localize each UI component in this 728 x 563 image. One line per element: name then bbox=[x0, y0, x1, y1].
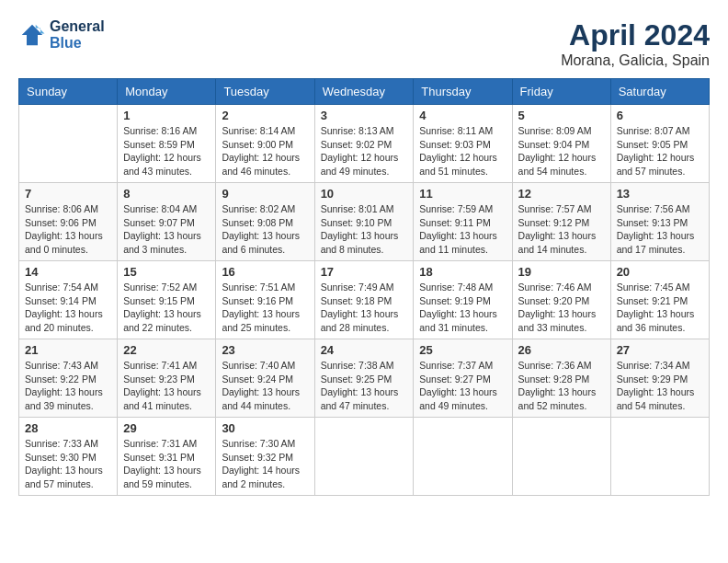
calendar-cell: 26Sunrise: 7:36 AMSunset: 9:28 PMDayligh… bbox=[512, 339, 610, 418]
calendar-cell bbox=[314, 418, 414, 496]
day-info: Sunrise: 7:36 AMSunset: 9:28 PMDaylight:… bbox=[518, 359, 605, 413]
day-number: 18 bbox=[419, 265, 506, 279]
calendar-table: SundayMondayTuesdayWednesdayThursdayFrid… bbox=[18, 78, 710, 496]
calendar-cell: 21Sunrise: 7:43 AMSunset: 9:22 PMDayligh… bbox=[19, 339, 118, 418]
day-info: Sunrise: 7:38 AMSunset: 9:25 PMDaylight:… bbox=[321, 359, 408, 413]
svg-marker-0 bbox=[22, 25, 43, 46]
day-info: Sunrise: 7:40 AMSunset: 9:24 PMDaylight:… bbox=[222, 359, 308, 413]
calendar-cell: 23Sunrise: 7:40 AMSunset: 9:24 PMDayligh… bbox=[216, 339, 314, 418]
day-number: 30 bbox=[222, 421, 308, 435]
day-info: Sunrise: 7:51 AMSunset: 9:16 PMDaylight:… bbox=[222, 281, 308, 335]
day-info: Sunrise: 7:43 AMSunset: 9:22 PMDaylight:… bbox=[25, 359, 111, 413]
calendar-cell: 25Sunrise: 7:37 AMSunset: 9:27 PMDayligh… bbox=[414, 339, 512, 418]
day-number: 28 bbox=[25, 421, 111, 435]
calendar-cell: 20Sunrise: 7:45 AMSunset: 9:21 PMDayligh… bbox=[610, 261, 709, 339]
day-info: Sunrise: 7:59 AMSunset: 9:11 PMDaylight:… bbox=[419, 202, 506, 257]
calendar-cell: 13Sunrise: 7:56 AMSunset: 9:13 PMDayligh… bbox=[610, 183, 709, 261]
day-header-tuesday: Tuesday bbox=[216, 79, 314, 105]
day-number: 2 bbox=[222, 109, 308, 122]
calendar-cell: 2Sunrise: 8:14 AMSunset: 9:00 PMDaylight… bbox=[216, 105, 314, 183]
day-info: Sunrise: 8:07 AMSunset: 9:05 PMDaylight:… bbox=[617, 124, 703, 178]
day-info: Sunrise: 8:16 AMSunset: 8:59 PMDaylight:… bbox=[123, 124, 210, 178]
day-number: 20 bbox=[617, 265, 703, 279]
day-info: Sunrise: 7:52 AMSunset: 9:15 PMDaylight:… bbox=[123, 281, 210, 335]
calendar-cell: 7Sunrise: 8:06 AMSunset: 9:06 PMDaylight… bbox=[19, 183, 118, 261]
calendar-cell bbox=[610, 418, 709, 496]
day-info: Sunrise: 7:31 AMSunset: 9:31 PMDaylight:… bbox=[123, 437, 210, 491]
calendar-cell: 11Sunrise: 7:59 AMSunset: 9:11 PMDayligh… bbox=[414, 183, 512, 261]
day-info: Sunrise: 7:34 AMSunset: 9:29 PMDaylight:… bbox=[617, 359, 703, 413]
page-header: General Blue April 2024 Morana, Galicia,… bbox=[18, 18, 710, 69]
day-info: Sunrise: 8:01 AMSunset: 9:10 PMDaylight:… bbox=[321, 202, 408, 257]
day-header-saturday: Saturday bbox=[610, 79, 709, 105]
day-header-monday: Monday bbox=[118, 79, 216, 105]
day-number: 16 bbox=[222, 265, 308, 279]
day-info: Sunrise: 7:30 AMSunset: 9:32 PMDaylight:… bbox=[222, 437, 308, 491]
week-row-1: 1Sunrise: 8:16 AMSunset: 8:59 PMDaylight… bbox=[19, 105, 710, 183]
day-header-friday: Friday bbox=[512, 79, 610, 105]
week-row-5: 28Sunrise: 7:33 AMSunset: 9:30 PMDayligh… bbox=[19, 418, 710, 496]
day-number: 4 bbox=[419, 109, 506, 122]
day-number: 6 bbox=[617, 109, 703, 122]
calendar-cell: 16Sunrise: 7:51 AMSunset: 9:16 PMDayligh… bbox=[216, 261, 314, 339]
day-number: 21 bbox=[25, 343, 111, 357]
calendar-cell: 1Sunrise: 8:16 AMSunset: 8:59 PMDaylight… bbox=[118, 105, 216, 183]
day-number: 13 bbox=[617, 187, 703, 201]
day-number: 26 bbox=[518, 343, 605, 357]
title-section: April 2024 Morana, Galicia, Spain bbox=[561, 18, 710, 69]
day-info: Sunrise: 7:49 AMSunset: 9:18 PMDaylight:… bbox=[321, 281, 408, 335]
logo-text: General Blue bbox=[50, 18, 105, 52]
day-number: 22 bbox=[123, 343, 210, 357]
day-number: 3 bbox=[321, 109, 408, 122]
day-info: Sunrise: 8:13 AMSunset: 9:02 PMDaylight:… bbox=[321, 124, 408, 178]
day-info: Sunrise: 7:33 AMSunset: 9:30 PMDaylight:… bbox=[25, 437, 111, 491]
day-info: Sunrise: 8:09 AMSunset: 9:04 PMDaylight:… bbox=[518, 124, 605, 178]
calendar-header-row: SundayMondayTuesdayWednesdayThursdayFrid… bbox=[19, 79, 710, 105]
logo-icon bbox=[18, 21, 46, 49]
calendar-cell: 30Sunrise: 7:30 AMSunset: 9:32 PMDayligh… bbox=[216, 418, 314, 496]
day-info: Sunrise: 8:14 AMSunset: 9:00 PMDaylight:… bbox=[222, 124, 308, 178]
day-number: 5 bbox=[518, 109, 605, 122]
calendar-cell: 22Sunrise: 7:41 AMSunset: 9:23 PMDayligh… bbox=[118, 339, 216, 418]
week-row-3: 14Sunrise: 7:54 AMSunset: 9:14 PMDayligh… bbox=[19, 261, 710, 339]
calendar-cell: 24Sunrise: 7:38 AMSunset: 9:25 PMDayligh… bbox=[314, 339, 414, 418]
day-number: 17 bbox=[321, 265, 408, 279]
day-number: 1 bbox=[123, 109, 210, 122]
calendar-cell: 18Sunrise: 7:48 AMSunset: 9:19 PMDayligh… bbox=[414, 261, 512, 339]
day-number: 15 bbox=[123, 265, 210, 279]
calendar-cell: 19Sunrise: 7:46 AMSunset: 9:20 PMDayligh… bbox=[512, 261, 610, 339]
day-info: Sunrise: 7:46 AMSunset: 9:20 PMDaylight:… bbox=[518, 281, 605, 335]
day-info: Sunrise: 7:45 AMSunset: 9:21 PMDaylight:… bbox=[617, 281, 703, 335]
day-number: 25 bbox=[419, 343, 506, 357]
calendar-cell: 17Sunrise: 7:49 AMSunset: 9:18 PMDayligh… bbox=[314, 261, 414, 339]
calendar-cell: 15Sunrise: 7:52 AMSunset: 9:15 PMDayligh… bbox=[118, 261, 216, 339]
calendar-cell: 5Sunrise: 8:09 AMSunset: 9:04 PMDaylight… bbox=[512, 105, 610, 183]
day-info: Sunrise: 7:41 AMSunset: 9:23 PMDaylight:… bbox=[123, 359, 210, 413]
calendar-cell bbox=[19, 105, 118, 183]
calendar-cell: 4Sunrise: 8:11 AMSunset: 9:03 PMDaylight… bbox=[414, 105, 512, 183]
calendar-cell bbox=[414, 418, 512, 496]
day-number: 29 bbox=[123, 421, 210, 435]
day-info: Sunrise: 7:37 AMSunset: 9:27 PMDaylight:… bbox=[419, 359, 506, 413]
calendar-cell: 28Sunrise: 7:33 AMSunset: 9:30 PMDayligh… bbox=[19, 418, 118, 496]
day-info: Sunrise: 8:06 AMSunset: 9:06 PMDaylight:… bbox=[25, 202, 111, 257]
day-number: 19 bbox=[518, 265, 605, 279]
week-row-2: 7Sunrise: 8:06 AMSunset: 9:06 PMDaylight… bbox=[19, 183, 710, 261]
calendar-cell: 29Sunrise: 7:31 AMSunset: 9:31 PMDayligh… bbox=[118, 418, 216, 496]
day-info: Sunrise: 8:11 AMSunset: 9:03 PMDaylight:… bbox=[419, 124, 506, 178]
day-header-thursday: Thursday bbox=[414, 79, 512, 105]
month-year-title: April 2024 bbox=[561, 18, 710, 52]
day-info: Sunrise: 7:48 AMSunset: 9:19 PMDaylight:… bbox=[419, 281, 506, 335]
day-number: 9 bbox=[222, 187, 308, 201]
calendar-cell: 12Sunrise: 7:57 AMSunset: 9:12 PMDayligh… bbox=[512, 183, 610, 261]
calendar-cell: 9Sunrise: 8:02 AMSunset: 9:08 PMDaylight… bbox=[216, 183, 314, 261]
day-number: 14 bbox=[25, 265, 111, 279]
day-info: Sunrise: 7:57 AMSunset: 9:12 PMDaylight:… bbox=[518, 202, 605, 257]
day-header-sunday: Sunday bbox=[19, 79, 118, 105]
day-number: 7 bbox=[25, 187, 111, 201]
day-number: 12 bbox=[518, 187, 605, 201]
day-header-wednesday: Wednesday bbox=[314, 79, 414, 105]
day-info: Sunrise: 7:56 AMSunset: 9:13 PMDaylight:… bbox=[617, 202, 703, 257]
calendar-cell: 27Sunrise: 7:34 AMSunset: 9:29 PMDayligh… bbox=[610, 339, 709, 418]
logo: General Blue bbox=[18, 18, 105, 52]
